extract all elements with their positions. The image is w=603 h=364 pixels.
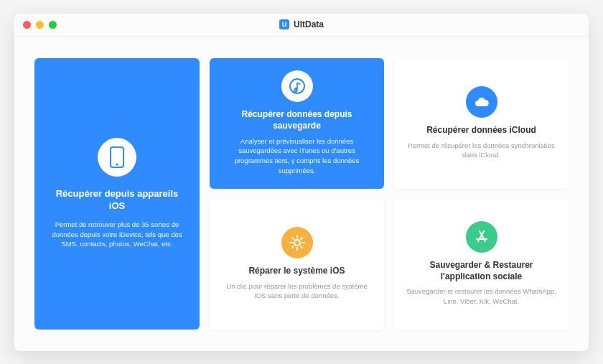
device-icon <box>98 138 136 177</box>
gear-icon <box>281 227 313 258</box>
card-grid: Récupérer données depuis sauvegarde Anal… <box>210 58 569 330</box>
card-title: Sauvegarder & Restaurer l'application so… <box>406 260 557 282</box>
card-repair-ios[interactable]: Réparer le système iOS Un clic pour répa… <box>210 199 384 330</box>
music-note-icon <box>281 70 313 102</box>
card-recover-ios-device[interactable]: Récupérer depuis appareils iOS Permet de… <box>34 58 200 330</box>
close-icon[interactable] <box>23 21 31 29</box>
maximize-icon[interactable] <box>49 21 57 29</box>
app-title: U UltData <box>279 19 324 29</box>
cloud-icon <box>466 86 497 118</box>
app-name: UltData <box>294 19 324 29</box>
svg-line-11 <box>291 246 293 248</box>
card-social-backup[interactable]: Sauvegarder & Restaurer l'application so… <box>394 199 569 330</box>
card-title: Récupérer données iCloud <box>426 125 536 136</box>
card-recover-backup[interactable]: Récupérer données depuis sauvegarde Anal… <box>210 58 384 189</box>
card-title: Réparer le système iOS <box>248 266 345 277</box>
app-window: U UltData Récupérer depuis appareils iOS… <box>14 14 589 351</box>
card-title: Récupérer depuis appareils iOS <box>47 188 187 213</box>
titlebar: U UltData <box>14 14 589 37</box>
card-desc: Sauvegarder et restaurer les données Wha… <box>406 286 557 307</box>
svg-line-10 <box>301 246 302 248</box>
card-desc: Permet de retrouver plus de 35 sortes de… <box>47 220 187 249</box>
card-desc: Analyser et prévisualiser les données sa… <box>221 136 373 176</box>
card-desc: Permet de récupérer les données synchron… <box>406 141 557 161</box>
app-logo-icon: U <box>279 19 289 29</box>
window-controls <box>14 21 57 29</box>
svg-point-3 <box>294 88 297 90</box>
svg-point-4 <box>294 240 300 246</box>
card-desc: Un clic pour réparer les problèmes de sy… <box>221 281 373 302</box>
main-content: Récupérer depuis appareils iOS Permet de… <box>14 37 589 351</box>
card-recover-icloud[interactable]: Récupérer données iCloud Permet de récup… <box>394 58 569 189</box>
minimize-icon[interactable] <box>36 21 44 29</box>
appstore-icon <box>466 221 497 253</box>
svg-line-12 <box>301 238 302 239</box>
svg-point-1 <box>116 163 118 165</box>
card-title: Récupérer données depuis sauvegarde <box>221 109 373 131</box>
svg-line-9 <box>291 238 293 239</box>
